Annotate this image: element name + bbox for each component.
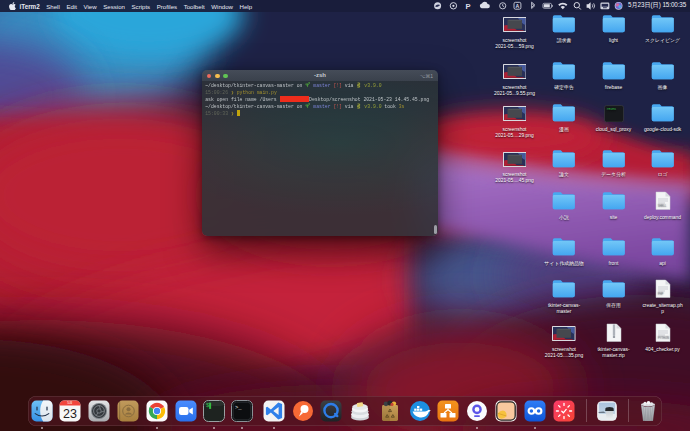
svg-text:PYTHON: PYTHON: [658, 335, 669, 339]
svg-text:A: A: [516, 3, 520, 9]
svg-text:P: P: [466, 2, 471, 11]
svg-text:5月: 5月: [67, 401, 72, 405]
svg-text:>EXEC: >EXEC: [606, 107, 616, 111]
svg-text:>_: >_: [235, 404, 242, 411]
svg-text:PHP: PHP: [658, 291, 664, 295]
svg-text:SHELL: SHELL: [658, 203, 667, 207]
svg-text:23: 23: [63, 407, 77, 421]
svg-text:$▌: $▌: [206, 402, 213, 409]
